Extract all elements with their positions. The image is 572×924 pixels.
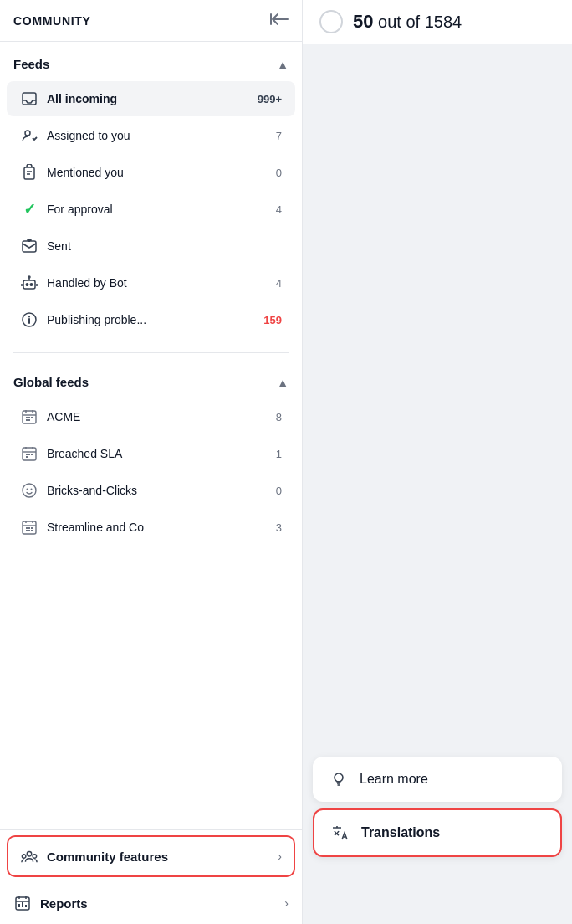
feed-label-all-incoming: All incoming (47, 92, 249, 105)
right-panel: 50 out of 1584 Learn more (303, 0, 572, 924)
back-icon[interactable] (270, 12, 289, 29)
global-feeds-section-title: Global feeds (13, 375, 89, 389)
calendar-grid-icon-streamline (20, 518, 38, 536)
feeds-section-header: Feeds ▲ (0, 42, 302, 80)
feed-count-bricks-and-clicks: 0 (276, 485, 282, 497)
clipboard-icon (20, 163, 38, 182)
translations-label: Translations (361, 825, 440, 840)
feed-label-acme: ACME (47, 410, 268, 424)
translate-icon (331, 824, 350, 842)
community-features-chevron-icon: › (278, 850, 282, 863)
svg-point-6 (26, 284, 28, 285)
sent-box-icon (20, 237, 38, 255)
learn-more-label: Learn more (360, 772, 428, 787)
feed-item-breached-sla[interactable]: Breached SLA 1 (7, 436, 295, 471)
svg-point-24 (31, 489, 33, 490)
header-count: 50 out of 1584 (353, 11, 462, 33)
feeds-section: Feeds ▲ All incoming 999+ (0, 42, 302, 346)
feed-label-breached-sla: Breached SLA (47, 447, 268, 460)
svg-rect-38 (25, 905, 27, 907)
feed-item-handled-by-bot[interactable]: Handled by Bot 4 (7, 265, 295, 300)
popup-cards: Learn more Translations (303, 757, 572, 857)
feed-item-publishing-problems[interactable]: Publishing proble... 159 (7, 302, 295, 337)
feed-count-streamline-and-co: 3 (276, 521, 282, 534)
sidebar: COMMUNITY Feeds ▲ (0, 0, 303, 924)
feed-label-handled-by-bot: Handled by Bot (47, 276, 268, 290)
community-features-label: Community features (47, 850, 269, 864)
feed-item-streamline-and-co[interactable]: Streamline and Co 3 (7, 510, 295, 545)
feed-label-streamline-and-co: Streamline and Co (47, 521, 268, 534)
sidebar-content: Feeds ▲ All incoming 999+ (0, 42, 302, 829)
reports-item[interactable]: Reports › (0, 882, 302, 924)
feed-count-publishing-problems: 159 (263, 314, 282, 326)
info-icon (20, 311, 38, 329)
global-feeds-section-header: Global feeds ▲ (0, 360, 302, 398)
feed-item-bricks-and-clicks[interactable]: Bricks-and-Clicks 0 (7, 473, 295, 508)
sidebar-title: COMMUNITY (13, 14, 91, 28)
calendar-grid-icon-breached-sla (20, 444, 38, 463)
feed-item-acme[interactable]: ACME 8 (7, 399, 295, 434)
svg-point-7 (30, 284, 32, 285)
svg-rect-36 (18, 904, 20, 907)
community-icon (20, 847, 38, 865)
feed-label-for-approval: For approval (47, 203, 268, 216)
sidebar-header: COMMUNITY (0, 0, 302, 42)
global-feeds-chevron-icon[interactable]: ▲ (277, 376, 289, 389)
svg-rect-4 (23, 241, 36, 252)
feed-count-assigned-to-you: 7 (276, 130, 282, 142)
person-assign-icon (20, 126, 38, 145)
svg-point-10 (28, 316, 30, 318)
svg-point-22 (23, 484, 36, 497)
feed-count-mentioned-you: 0 (276, 167, 282, 179)
feed-item-mentioned-you[interactable]: Mentioned you 0 (7, 155, 295, 190)
svg-point-32 (27, 852, 31, 856)
feed-item-sent[interactable]: Sent (7, 228, 295, 264)
feed-label-publishing-problems: Publishing proble... (47, 313, 255, 326)
svg-rect-37 (22, 902, 23, 907)
feed-item-for-approval[interactable]: ✓ For approval 4 (7, 192, 295, 227)
feed-count-handled-by-bot: 4 (276, 277, 282, 290)
right-body: Learn more Translations (303, 44, 572, 924)
feed-count-acme: 8 (276, 411, 282, 424)
svg-point-39 (335, 773, 343, 782)
feeds-section-title: Feeds (13, 57, 49, 71)
reports-chevron-icon: › (284, 896, 289, 910)
checkmark-icon: ✓ (20, 200, 38, 218)
feed-label-assigned-to-you: Assigned to you (47, 129, 268, 142)
community-features-item[interactable]: Community features › (7, 835, 295, 877)
svg-rect-5 (23, 280, 35, 289)
svg-point-23 (27, 489, 28, 490)
svg-point-33 (22, 855, 26, 859)
bulb-icon (329, 770, 348, 788)
feed-label-bricks-and-clicks: Bricks-and-Clicks (47, 484, 268, 497)
feed-label-mentioned-you: Mentioned you (47, 166, 268, 179)
smiley-icon (20, 481, 38, 500)
inbox-icon (20, 90, 38, 108)
bot-icon (20, 274, 38, 292)
svg-point-34 (33, 855, 37, 859)
feed-item-assigned-to-you[interactable]: Assigned to you 7 (7, 118, 295, 153)
section-divider (13, 352, 289, 353)
select-all-checkbox[interactable] (319, 10, 343, 33)
feed-count-for-approval: 4 (276, 203, 282, 216)
feed-count-all-incoming: 999+ (258, 93, 282, 105)
sidebar-footer: Community features › Reports › (0, 829, 302, 924)
global-feeds-section: Global feeds ▲ (0, 360, 302, 553)
learn-more-card[interactable]: Learn more (313, 757, 562, 802)
right-header: 50 out of 1584 (303, 0, 572, 44)
feed-item-all-incoming[interactable]: All incoming 999+ (7, 81, 295, 116)
calendar-grid-icon-acme (20, 408, 38, 426)
svg-rect-3 (24, 167, 34, 179)
reports-icon (13, 894, 32, 912)
feed-label-sent: Sent (47, 239, 273, 253)
feed-count-breached-sla: 1 (276, 448, 282, 460)
translations-card[interactable]: Translations (313, 808, 562, 857)
reports-label: Reports (40, 896, 276, 911)
svg-point-2 (25, 131, 30, 136)
svg-point-8 (28, 276, 30, 278)
feeds-chevron-icon[interactable]: ▲ (277, 58, 289, 71)
